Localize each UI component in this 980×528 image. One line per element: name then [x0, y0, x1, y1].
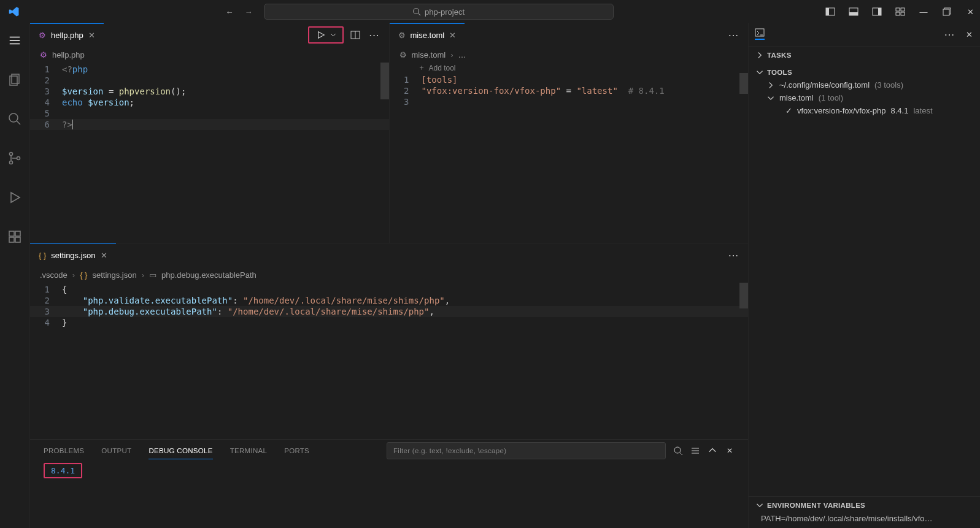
close-icon[interactable]: ✕ [964, 30, 974, 40]
svg-point-19 [9, 161, 12, 164]
close-icon[interactable]: ✕ [449, 31, 456, 40]
layout-custom-icon[interactable] [895, 7, 905, 17]
more-actions-icon[interactable]: ··· [726, 247, 742, 263]
svg-rect-11 [901, 12, 905, 15]
chevron-down-icon [756, 69, 763, 76]
add-tool-hint[interactable]: ＋ Add tool [418, 63, 749, 73]
chevron-right-icon [767, 82, 774, 89]
braces-icon: { } [80, 270, 87, 280]
split-editor-icon[interactable] [347, 27, 363, 43]
window-minimize-icon[interactable]: — [919, 7, 928, 17]
filter-icon[interactable] [690, 446, 700, 456]
window-restore-icon[interactable] [942, 7, 952, 17]
chevron-down-icon [330, 32, 336, 38]
play-icon [317, 31, 325, 39]
run-debug-icon[interactable] [0, 185, 29, 210]
svg-rect-24 [15, 237, 20, 242]
tab-bar: { } settings.json ✕ ··· [30, 243, 748, 267]
activity-bar [0, 23, 29, 528]
svg-rect-3 [826, 8, 829, 15]
vscode-logo-icon [9, 6, 20, 17]
breadcrumb[interactable]: ⚙ mise.toml › … [390, 47, 749, 63]
svg-point-29 [674, 447, 681, 453]
svg-line-17 [17, 121, 20, 124]
side-panel: ··· ✕ TASKS TOOLS ~/.config/mise/config.… [748, 23, 980, 528]
editor-group-left: ⚙ hellp.php ✕ ··· ⚙ hell [30, 23, 390, 243]
command-center[interactable]: php-project [264, 4, 614, 20]
svg-point-20 [17, 157, 20, 160]
gear-icon: ⚙ [399, 50, 407, 59]
svg-rect-8 [896, 8, 900, 11]
svg-line-30 [680, 453, 682, 455]
code-editor[interactable]: 1{2 "php.validate.executablePath": "/hom… [30, 283, 748, 439]
filter-input[interactable]: Filter (e.g. text, !exclude, \escape) [387, 442, 666, 459]
panel-tab-problems[interactable]: PROBLEMS [44, 447, 84, 454]
editor-group-right: ⚙ mise.toml ✕ ··· ⚙ mise.toml › … ＋ [390, 23, 749, 243]
braces-icon: { } [39, 251, 46, 260]
more-actions-icon[interactable]: ··· [942, 27, 958, 43]
breadcrumb[interactable]: ⚙ hellp.php [30, 47, 389, 63]
debug-console-output[interactable]: 8.4.1 [30, 462, 748, 528]
panel-tab-terminal[interactable]: TERMINAL [230, 447, 268, 454]
tools-item-config[interactable]: ~/.config/mise/config.toml (3 tools) [749, 78, 980, 91]
chevron-right-icon [756, 52, 763, 59]
search-icon[interactable] [673, 446, 683, 456]
menu-icon[interactable] [0, 28, 29, 53]
php-icon: ⚙ [40, 50, 47, 59]
nav-buttons: ← → [226, 7, 253, 17]
tools-item-mise[interactable]: mise.toml (1 tool) [749, 91, 980, 104]
plus-icon: ＋ [418, 63, 425, 73]
tab-hellp-php[interactable]: ⚙ hellp.php ✕ [30, 23, 104, 47]
svg-rect-9 [901, 8, 905, 11]
collapse-icon[interactable] [708, 446, 717, 456]
search-icon[interactable] [0, 107, 29, 131]
run-button[interactable] [308, 26, 344, 44]
section-tools[interactable]: TOOLS [749, 66, 980, 78]
svg-point-16 [9, 113, 18, 122]
explorer-icon[interactable] [0, 67, 29, 92]
source-control-icon[interactable] [0, 146, 29, 170]
tab-label: settings.json [51, 251, 95, 260]
svg-marker-21 [11, 193, 20, 202]
svg-point-0 [414, 9, 419, 14]
more-actions-icon[interactable]: ··· [726, 27, 742, 43]
section-tasks[interactable]: TASKS [749, 49, 980, 61]
close-panel-icon[interactable]: ✕ [725, 446, 735, 456]
search-icon [412, 7, 421, 16]
extensions-icon[interactable] [0, 224, 29, 249]
panel-tab-debug-console[interactable]: DEBUG CONSOLE [149, 447, 212, 454]
nav-forward-icon[interactable]: → [245, 7, 253, 17]
php-icon: ⚙ [39, 31, 46, 40]
chevron-down-icon [756, 502, 763, 509]
layout-bottom-icon[interactable] [849, 7, 858, 17]
tab-bar: ⚙ mise.toml ✕ ··· [390, 23, 749, 47]
check-icon: ✓ [785, 106, 792, 115]
tab-mise-toml[interactable]: ⚙ mise.toml ✕ [390, 23, 465, 47]
close-icon[interactable]: ✕ [101, 251, 107, 260]
env-variable[interactable]: PATH=/home/dev/.local/share/mise/install… [749, 511, 980, 526]
panel-tab-output[interactable]: OUTPUT [101, 447, 131, 454]
svg-marker-26 [318, 32, 324, 39]
tab-settings-json[interactable]: { } settings.json ✕ [30, 243, 116, 267]
panel-tab-ports[interactable]: PORTS [284, 447, 309, 454]
symbol-icon: ▭ [149, 270, 156, 280]
code-editor[interactable]: 1[tools]2"vfox:version-fox/vfox-php" = "… [390, 73, 749, 243]
close-icon[interactable]: ✕ [88, 31, 95, 40]
layout-left-icon[interactable] [825, 7, 835, 17]
tool-leaf[interactable]: ✓ vfox:version-fox/vfox-php 8.4.1 latest [749, 104, 980, 117]
svg-rect-22 [9, 231, 14, 236]
code-editor[interactable]: 1<?php23$version = phpversion();4echo $v… [30, 63, 389, 243]
svg-rect-25 [15, 231, 20, 236]
command-center-text: php-project [425, 7, 465, 17]
window-close-icon[interactable]: ✕ [965, 7, 975, 17]
svg-rect-10 [896, 12, 900, 15]
breadcrumb[interactable]: .vscode › { } settings.json › ▭ php.debu… [30, 267, 748, 283]
svg-point-18 [9, 153, 12, 156]
svg-rect-7 [878, 8, 881, 15]
layout-right-icon[interactable] [872, 7, 882, 17]
terminal-icon[interactable] [755, 30, 765, 40]
section-env[interactable]: ENVIRONMENT VARIABLES [749, 499, 980, 511]
title-bar: ← → php-project — ✕ [0, 0, 980, 23]
more-actions-icon[interactable]: ··· [367, 27, 383, 43]
nav-back-icon[interactable]: ← [226, 7, 234, 17]
